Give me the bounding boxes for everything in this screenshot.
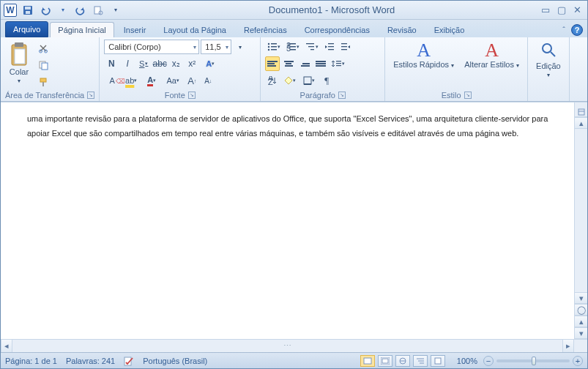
document-area: uma importante revisão para a plataforma… bbox=[1, 102, 587, 339]
quick-styles-label: Estilos Rápidos bbox=[393, 60, 449, 69]
clipboard-dialog-icon[interactable]: ↘ bbox=[87, 92, 94, 99]
view-web-layout-icon[interactable] bbox=[395, 355, 410, 367]
svg-rect-19 bbox=[271, 49, 277, 51]
underline-button[interactable]: S▾ bbox=[136, 56, 151, 71]
tab-review[interactable]: Revisão bbox=[379, 22, 425, 37]
status-language[interactable]: Português (Brasil) bbox=[143, 357, 207, 365]
next-page-icon[interactable]: ▾ bbox=[575, 327, 587, 339]
shrink-font-button[interactable]: A↓ bbox=[201, 73, 215, 88]
hscroll-track[interactable]: ⋯ bbox=[12, 341, 562, 351]
svg-rect-12 bbox=[40, 78, 46, 82]
bullets-button[interactable]: ▾ bbox=[265, 40, 283, 54]
horizontal-scrollbar[interactable]: ◂ ⋯ ▸ bbox=[1, 339, 587, 352]
browse-object-icon[interactable]: ◯ bbox=[575, 304, 587, 316]
subscript-button[interactable]: x₂ bbox=[168, 56, 183, 71]
show-marks-button[interactable]: ¶ bbox=[319, 73, 334, 88]
svg-rect-29 bbox=[328, 43, 334, 44]
align-right-button[interactable] bbox=[297, 56, 312, 71]
svg-rect-1 bbox=[25, 7, 31, 10]
tab-view[interactable]: Exibição bbox=[426, 22, 473, 37]
tab-page-layout[interactable]: Layout da Página bbox=[155, 22, 234, 37]
window-controls: ▭ ▢ ✕ bbox=[541, 4, 584, 15]
justify-button[interactable] bbox=[313, 56, 328, 71]
font-dialog-icon[interactable]: ↘ bbox=[188, 92, 196, 99]
superscript-button[interactable]: x² bbox=[185, 56, 199, 71]
view-draft-icon[interactable] bbox=[431, 355, 445, 367]
prev-page-icon[interactable]: ▴ bbox=[575, 316, 587, 327]
scroll-left-icon[interactable]: ◂ bbox=[1, 340, 12, 352]
increase-indent-button[interactable] bbox=[338, 40, 353, 54]
text-effects-button[interactable]: A▾ bbox=[201, 56, 220, 71]
zoom-thumb-icon[interactable] bbox=[532, 357, 536, 365]
help-icon[interactable]: ? bbox=[571, 24, 583, 36]
scroll-up-icon[interactable]: ▴ bbox=[575, 117, 587, 129]
redo-icon[interactable] bbox=[74, 4, 87, 17]
tab-insert[interactable]: Inserir bbox=[116, 22, 155, 37]
print-preview-icon[interactable] bbox=[92, 4, 105, 17]
undo-more-icon[interactable]: ▾ bbox=[56, 4, 70, 17]
status-page[interactable]: Página: 1 de 1 bbox=[5, 357, 57, 365]
paste-button[interactable]: Colar▾ bbox=[5, 40, 33, 87]
strikethrough-button[interactable]: abc bbox=[152, 56, 167, 71]
zoom-value[interactable]: 100% bbox=[454, 357, 480, 365]
minimize-icon[interactable]: ▭ bbox=[541, 4, 550, 15]
qat-customize-icon[interactable]: ▾ bbox=[109, 4, 122, 17]
document-page[interactable]: uma importante revisão para a plataforma… bbox=[1, 102, 574, 339]
zoom-out-button[interactable]: − bbox=[483, 356, 494, 366]
scroll-down-icon[interactable]: ▾ bbox=[575, 292, 587, 304]
view-full-screen-icon[interactable] bbox=[378, 355, 392, 367]
line-spacing-button[interactable]: ▾ bbox=[330, 56, 347, 71]
zoom-in-button[interactable]: + bbox=[573, 356, 583, 366]
font-size-more-icon[interactable]: ▾ bbox=[233, 40, 248, 54]
minimize-ribbon-icon[interactable]: ˆ bbox=[562, 26, 565, 34]
decrease-indent-button[interactable] bbox=[322, 40, 337, 54]
numbering-button[interactable]: 123▾ bbox=[284, 40, 302, 54]
borders-button[interactable]: ▾ bbox=[300, 73, 318, 88]
multilevel-list-button[interactable]: ▾ bbox=[303, 40, 321, 54]
change-styles-button[interactable]: A Alterar Estilos ▾ bbox=[461, 40, 523, 72]
svg-rect-2 bbox=[26, 11, 30, 14]
quick-access-toolbar: ▾ ▾ bbox=[21, 4, 122, 17]
shading-button[interactable]: ▾ bbox=[281, 73, 299, 88]
svg-rect-33 bbox=[341, 46, 347, 47]
svg-rect-6 bbox=[15, 42, 23, 47]
format-painter-icon[interactable] bbox=[36, 75, 51, 89]
sort-button[interactable]: AZ bbox=[265, 73, 280, 88]
cut-icon[interactable] bbox=[36, 41, 51, 56]
change-case-button[interactable]: Aa▾ bbox=[163, 73, 183, 88]
clear-formatting-button[interactable]: A⌫ bbox=[104, 73, 120, 88]
vertical-scrollbar[interactable]: ▴ ▾ ◯ ▴ ▾ bbox=[574, 102, 587, 339]
bold-button[interactable]: N bbox=[104, 56, 119, 71]
grow-font-button[interactable]: A↑ bbox=[185, 73, 199, 88]
copy-icon[interactable] bbox=[36, 58, 51, 72]
zoom-slider[interactable] bbox=[496, 359, 570, 362]
status-words[interactable]: Palavras: 241 bbox=[66, 357, 115, 365]
view-outline-icon[interactable] bbox=[413, 355, 428, 367]
align-center-button[interactable] bbox=[281, 56, 296, 71]
save-icon[interactable] bbox=[21, 4, 34, 17]
tab-mailings[interactable]: Correspondências bbox=[297, 22, 378, 37]
tab-home[interactable]: Página Inicial bbox=[50, 22, 113, 37]
tab-file[interactable]: Arquivo bbox=[5, 21, 48, 37]
tab-references[interactable]: Referências bbox=[236, 22, 295, 37]
svg-rect-40 bbox=[304, 77, 311, 84]
italic-button[interactable]: I bbox=[120, 56, 135, 71]
view-print-layout-icon[interactable] bbox=[360, 355, 375, 367]
font-size-combo[interactable]: 11,5▾ bbox=[201, 40, 231, 54]
ruler-toggle-icon[interactable] bbox=[575, 107, 587, 117]
svg-rect-3 bbox=[94, 7, 100, 14]
align-left-button[interactable] bbox=[265, 56, 280, 71]
close-icon[interactable]: ✕ bbox=[573, 4, 581, 15]
scroll-right-icon[interactable]: ▸ bbox=[562, 340, 574, 352]
font-name-combo[interactable]: Calibri (Corpo)▾ bbox=[104, 40, 199, 54]
quick-styles-button[interactable]: A Estilos Rápidos ▾ bbox=[390, 40, 458, 72]
word-icon[interactable]: W bbox=[4, 4, 17, 17]
window-title: Documento1 - Microsoft Word bbox=[122, 4, 541, 15]
editing-button[interactable]: Edição▾ bbox=[532, 40, 565, 81]
styles-dialog-icon[interactable]: ↘ bbox=[464, 92, 472, 99]
paragraph-dialog-icon[interactable]: ↘ bbox=[338, 92, 346, 99]
font-color-button[interactable]: A▾ bbox=[142, 73, 161, 88]
undo-icon[interactable] bbox=[39, 4, 52, 17]
maximize-icon[interactable]: ▢ bbox=[557, 4, 566, 15]
status-proofing[interactable] bbox=[124, 356, 134, 366]
